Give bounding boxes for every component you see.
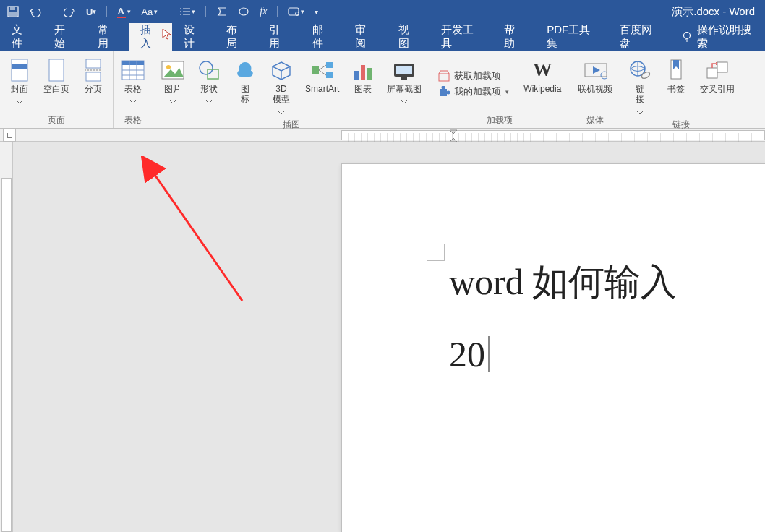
- blank-page-button[interactable]: 空白页: [40, 55, 72, 113]
- ruler-active-area: [1, 178, 12, 532]
- svg-line-53: [152, 171, 242, 301]
- document-body-text[interactable]: 20: [449, 333, 490, 375]
- group-illustrations: 图片 形状 图标 3D模型 SmartArt: [153, 51, 429, 128]
- page-break-button[interactable]: 分页: [78, 55, 108, 113]
- tab-review[interactable]: 审阅: [343, 23, 386, 51]
- label: 形状: [200, 84, 218, 94]
- svg-rect-15: [12, 59, 27, 81]
- group-label: 加载项: [487, 113, 513, 126]
- icons-button[interactable]: 图标: [230, 55, 260, 117]
- label: 空白页: [43, 84, 69, 94]
- tab-help[interactable]: 帮助: [492, 23, 535, 51]
- oval-icon[interactable]: [238, 7, 249, 17]
- my-addins-button[interactable]: 我的加载项 ▾: [438, 85, 509, 98]
- wikipedia-icon: W: [530, 58, 555, 82]
- label: 我的加载项: [454, 85, 501, 98]
- chart-button[interactable]: 图表: [348, 55, 378, 117]
- chevron-down-icon: [130, 95, 136, 106]
- hyperlink-button[interactable]: 链接: [625, 55, 655, 117]
- title-bar: U▾ A▾ Aa▾ ▾ fx ▾ ▾ 演示.docx - Word: [0, 0, 765, 23]
- svg-rect-41: [401, 77, 407, 80]
- cover-page-button[interactable]: 封面: [4, 55, 35, 113]
- get-addins-button[interactable]: 获取加载项: [438, 69, 509, 82]
- tab-commonuse[interactable]: 常用: [86, 23, 129, 51]
- undo-icon[interactable]: [29, 7, 43, 17]
- label: 获取加载项: [454, 69, 501, 82]
- save-icon[interactable]: [7, 6, 19, 17]
- document-page[interactable]: word 如何输入 20: [341, 163, 765, 532]
- label: 屏幕截图: [387, 84, 422, 94]
- underline-icon[interactable]: U▾: [86, 7, 96, 17]
- pictures-button[interactable]: 图片: [158, 55, 188, 117]
- online-video-button[interactable]: 联机视频: [575, 55, 615, 113]
- bookmark-button[interactable]: 书签: [661, 55, 691, 117]
- screenshot-icon: [392, 58, 416, 82]
- svg-rect-2: [9, 12, 17, 16]
- fx-icon[interactable]: fx: [260, 6, 267, 17]
- pictures-icon: [161, 58, 185, 82]
- tab-references[interactable]: 引用: [257, 23, 300, 51]
- symbol-icon[interactable]: [216, 7, 228, 17]
- label: 交叉引用: [700, 84, 735, 94]
- font-color-icon[interactable]: A▾: [117, 6, 131, 18]
- document-workspace: word 如何输入 20: [0, 129, 765, 532]
- margin-corner-mark: [427, 244, 445, 261]
- tab-pdftools[interactable]: PDF工具集: [535, 23, 608, 51]
- tab-selector[interactable]: [3, 129, 16, 142]
- tab-view[interactable]: 视图: [387, 23, 429, 51]
- tab-mailings[interactable]: 邮件: [301, 23, 343, 51]
- blank-page-icon: [44, 58, 69, 82]
- change-case-icon[interactable]: Aa▾: [141, 7, 158, 17]
- svg-rect-42: [439, 74, 449, 81]
- table-button[interactable]: 表格: [118, 55, 148, 113]
- svg-point-12: [683, 32, 690, 38]
- tell-me-search[interactable]: 操作说明搜索: [671, 23, 765, 51]
- document-heading-text[interactable]: word 如何输入: [449, 258, 677, 306]
- tab-file[interactable]: 文件: [0, 23, 43, 51]
- label: 图表: [354, 84, 372, 94]
- label: 链接: [636, 84, 644, 105]
- tab-developer[interactable]: 开发工具: [429, 23, 492, 51]
- separator: [106, 6, 107, 17]
- tab-insert[interactable]: 插入: [129, 23, 171, 51]
- shapes-button[interactable]: 形状: [194, 55, 224, 117]
- svg-point-29: [200, 61, 213, 74]
- tab-baidudisk[interactable]: 百度网盘: [608, 23, 671, 51]
- group-media: 联机视频 媒体: [570, 51, 620, 128]
- chevron-down-icon: [17, 95, 22, 106]
- screen-clip-icon[interactable]: ▾: [288, 7, 304, 17]
- separator: [205, 6, 206, 17]
- vertical-ruler[interactable]: [0, 142, 13, 532]
- tell-me-label: 操作说明搜索: [697, 23, 755, 51]
- ruler-active-area: [341, 130, 765, 140]
- chevron-down-icon: [637, 106, 643, 117]
- screenshot-button[interactable]: 屏幕截图: [384, 55, 424, 117]
- smartart-button[interactable]: SmartArt: [302, 55, 342, 117]
- separator: [168, 6, 168, 17]
- svg-rect-51: [707, 68, 717, 78]
- group-label: 页面: [48, 113, 65, 126]
- chevron-down-icon: [278, 106, 284, 117]
- horizontal-ruler[interactable]: [0, 129, 765, 142]
- redo-icon[interactable]: [64, 7, 76, 17]
- chevron-down-icon: ▾: [505, 88, 509, 95]
- indent-marker-icon[interactable]: [449, 129, 458, 145]
- cube-icon: [269, 58, 294, 82]
- store-icon: [438, 70, 450, 82]
- tab-home[interactable]: 开始: [43, 23, 85, 51]
- list-icon[interactable]: ▾: [179, 7, 195, 17]
- cross-ref-icon: [705, 58, 730, 82]
- svg-rect-10: [289, 8, 299, 15]
- customize-qat-icon[interactable]: ▾: [315, 8, 318, 16]
- chevron-down-icon: [401, 95, 407, 106]
- 3d-models-button[interactable]: 3D模型: [266, 55, 296, 117]
- chevron-down-icon: [206, 95, 212, 106]
- svg-rect-43: [440, 89, 447, 96]
- quick-access-toolbar: U▾ A▾ Aa▾ ▾ fx ▾ ▾: [7, 6, 318, 18]
- cross-reference-button[interactable]: 交叉引用: [697, 55, 738, 117]
- wikipedia-button[interactable]: W Wikipedia: [519, 55, 565, 113]
- table-icon: [121, 58, 145, 82]
- tab-design[interactable]: 设计: [172, 23, 215, 51]
- svg-rect-19: [86, 72, 101, 81]
- tab-layout[interactable]: 布局: [215, 23, 257, 51]
